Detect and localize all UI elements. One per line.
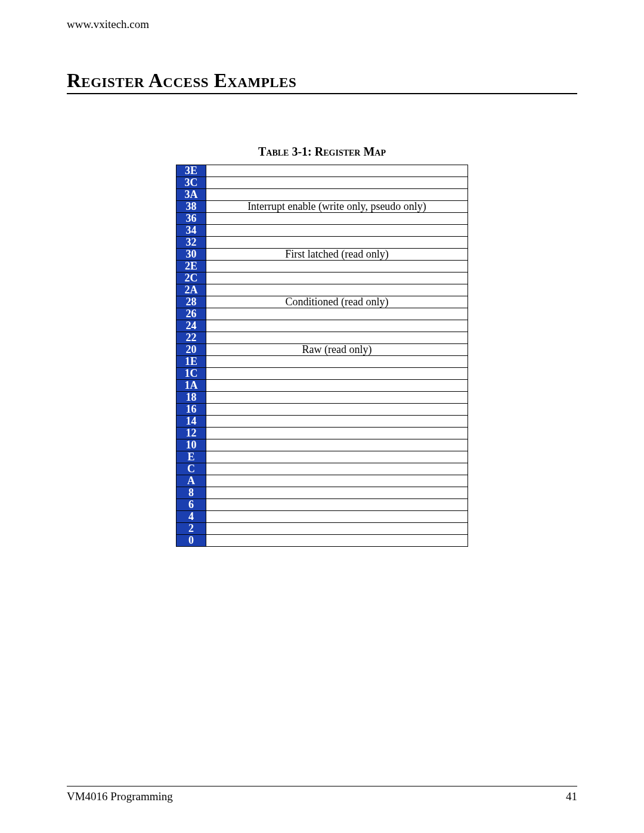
register-desc-cell — [206, 225, 468, 237]
register-map-table: 3E3C3A38Interrupt enable (write only, ps… — [176, 165, 468, 547]
footer-left: VM4016 Programming — [67, 790, 173, 803]
table-row: 30First latched (read only) — [177, 249, 468, 261]
table-row: 22 — [177, 332, 468, 344]
register-address-cell: 28 — [177, 296, 206, 308]
table-row: A — [177, 475, 468, 487]
table-row: 1C — [177, 368, 468, 380]
table-row: 20Raw (read only) — [177, 344, 468, 356]
table-row: 6 — [177, 499, 468, 511]
register-desc-cell — [206, 523, 468, 535]
table-row: 24 — [177, 320, 468, 332]
register-table-wrap: 3E3C3A38Interrupt enable (write only, ps… — [67, 165, 577, 547]
register-address-cell: 10 — [177, 439, 206, 451]
register-desc-cell — [206, 439, 468, 451]
register-address-cell: 30 — [177, 249, 206, 261]
register-desc-cell — [206, 165, 468, 177]
section-title: Register Access Examples — [67, 70, 577, 94]
register-address-cell: 1A — [177, 380, 206, 392]
register-desc-cell — [206, 332, 468, 344]
register-address-cell: 1C — [177, 368, 206, 380]
register-desc-cell — [206, 368, 468, 380]
register-desc-cell — [206, 428, 468, 439]
register-desc-cell — [206, 177, 468, 189]
register-address-cell: 3A — [177, 189, 206, 201]
table-row: 0 — [177, 535, 468, 547]
footer-page-number: 41 — [566, 790, 577, 803]
page-footer: VM4016 Programming 41 — [67, 786, 577, 803]
register-desc-cell — [206, 320, 468, 332]
register-address-cell: 26 — [177, 308, 206, 320]
register-address-cell: 2C — [177, 272, 206, 284]
table-row: 38Interrupt enable (write only, pseudo o… — [177, 201, 468, 213]
table-row: 2E — [177, 261, 468, 272]
register-desc-cell — [206, 261, 468, 272]
register-desc-cell — [206, 535, 468, 547]
register-desc-cell — [206, 272, 468, 284]
table-row: 26 — [177, 308, 468, 320]
register-address-cell: 34 — [177, 225, 206, 237]
register-map-tbody: 3E3C3A38Interrupt enable (write only, ps… — [177, 165, 468, 547]
register-address-cell: 1E — [177, 356, 206, 368]
table-row: 4 — [177, 511, 468, 523]
register-address-cell: E — [177, 451, 206, 463]
register-address-cell: 32 — [177, 237, 206, 249]
register-address-cell: C — [177, 463, 206, 475]
register-address-cell: 3C — [177, 177, 206, 189]
register-desc-cell — [206, 189, 468, 201]
register-address-cell: 24 — [177, 320, 206, 332]
table-row: 12 — [177, 428, 468, 439]
register-desc-cell — [206, 511, 468, 523]
register-desc-cell — [206, 380, 468, 392]
register-address-cell: 20 — [177, 344, 206, 356]
register-address-cell: 38 — [177, 201, 206, 213]
register-desc-cell — [206, 284, 468, 296]
table-row: 3A — [177, 189, 468, 201]
register-desc-cell — [206, 475, 468, 487]
table-row: 8 — [177, 487, 468, 499]
register-address-cell: 2 — [177, 523, 206, 535]
table-caption: Table 3-1: Register Map — [67, 145, 577, 159]
table-row: 36 — [177, 213, 468, 225]
register-address-cell: 14 — [177, 416, 206, 428]
register-desc-cell — [206, 463, 468, 475]
register-address-cell: 4 — [177, 511, 206, 523]
table-row: C — [177, 463, 468, 475]
register-address-cell: 18 — [177, 392, 206, 404]
register-desc-cell — [206, 237, 468, 249]
register-desc-cell — [206, 404, 468, 416]
register-address-cell: 2E — [177, 261, 206, 272]
table-row: 1A — [177, 380, 468, 392]
table-row: 3E — [177, 165, 468, 177]
register-address-cell: 22 — [177, 332, 206, 344]
table-row: 18 — [177, 392, 468, 404]
register-address-cell: A — [177, 475, 206, 487]
register-desc-cell — [206, 213, 468, 225]
register-desc-cell — [206, 487, 468, 499]
register-desc-cell — [206, 499, 468, 511]
page-content: www.vxitech.com Register Access Examples… — [67, 18, 577, 803]
register-desc-cell: Raw (read only) — [206, 344, 468, 356]
table-row: 3C — [177, 177, 468, 189]
register-desc-cell — [206, 308, 468, 320]
register-desc-cell — [206, 416, 468, 428]
register-address-cell: 8 — [177, 487, 206, 499]
register-address-cell: 36 — [177, 213, 206, 225]
header-url: www.vxitech.com — [67, 18, 577, 31]
register-desc-cell — [206, 451, 468, 463]
table-row: 1E — [177, 356, 468, 368]
table-row: 16 — [177, 404, 468, 416]
table-row: 2 — [177, 523, 468, 535]
register-address-cell: 0 — [177, 535, 206, 547]
table-row: 32 — [177, 237, 468, 249]
table-row: 2C — [177, 272, 468, 284]
table-row: 14 — [177, 416, 468, 428]
register-address-cell: 3E — [177, 165, 206, 177]
table-row: E — [177, 451, 468, 463]
register-address-cell: 6 — [177, 499, 206, 511]
register-address-cell: 12 — [177, 428, 206, 439]
table-row: 2A — [177, 284, 468, 296]
register-desc-cell: First latched (read only) — [206, 249, 468, 261]
table-row: 34 — [177, 225, 468, 237]
register-address-cell: 2A — [177, 284, 206, 296]
register-desc-cell: Conditioned (read only) — [206, 296, 468, 308]
